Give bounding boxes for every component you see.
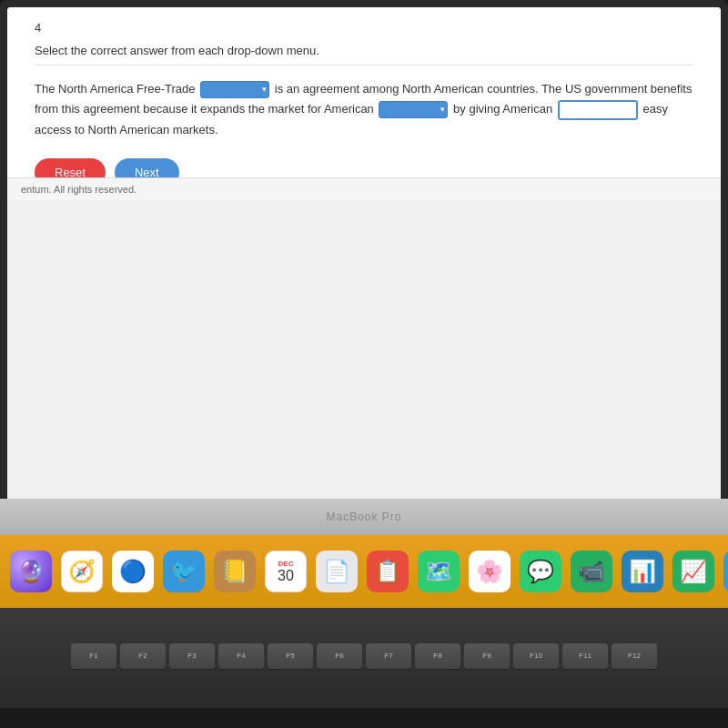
content-area: 4 Select the correct answer from each dr…	[7, 7, 721, 200]
question-number: 4	[35, 21, 693, 35]
keynote-icon: 📊	[622, 551, 663, 592]
dock-item-facetime[interactable]: 📹	[568, 548, 615, 595]
key-f12[interactable]: F12	[612, 643, 657, 669]
notes-icon: 📒	[214, 551, 256, 592]
reminders-icon: 📋	[367, 551, 409, 592]
key-f10[interactable]: F10	[513, 643, 559, 669]
dock-item-siri[interactable]: 🔮	[7, 548, 55, 595]
facetime-icon: 📹	[571, 551, 612, 592]
dropdown2-wrapper[interactable]: goods services products ▾	[379, 101, 448, 118]
finder-icon: 📄	[316, 551, 358, 592]
dock-item-presentation[interactable]: 🖥️	[721, 548, 728, 595]
dock-item-chrome[interactable]: 🔵	[109, 548, 157, 595]
dock-item-numbers[interactable]: 📈	[670, 548, 717, 595]
key-f6[interactable]: F6	[317, 643, 362, 669]
macbook-bezel: MacBook Pro	[0, 499, 728, 535]
passage-part1: The North America Free-Trade	[35, 82, 196, 96]
dock-item-mail[interactable]: 🐦	[160, 548, 207, 595]
copyright-bar: entum. All rights reserved.	[7, 177, 721, 200]
macbook-label: MacBook Pro	[326, 511, 401, 523]
siri-icon: 🔮	[10, 551, 52, 592]
dock-item-safari[interactable]: 🧭	[58, 548, 106, 595]
key-f1[interactable]: F1	[71, 643, 116, 669]
keyboard-fn-row: F1 F2 F3 F4 F5 F6 F7 F8 F9 F10 F11 F12	[71, 643, 657, 669]
numbers-icon: 📈	[672, 551, 714, 592]
keyboard-area: F1 F2 F3 F4 F5 F6 F7 F8 F9 F10 F11 F12	[0, 608, 728, 708]
instruction-text: Select the correct answer from each drop…	[35, 44, 693, 66]
key-f4[interactable]: F4	[218, 643, 264, 669]
dropdown2-select[interactable]: goods services products	[384, 104, 439, 116]
presentation-icon: 🖥️	[723, 551, 728, 592]
photos-icon: 🌸	[469, 551, 511, 592]
key-f8[interactable]: F8	[415, 643, 460, 669]
screen-inner: 4 Select the correct answer from each dr…	[7, 7, 721, 499]
dock-item-messages[interactable]: 💬	[517, 548, 564, 595]
calendar-icon: DEC 30	[265, 551, 307, 592]
mail-icon: 🐦	[163, 551, 205, 592]
key-f9[interactable]: F9	[464, 643, 510, 669]
dock-item-calendar[interactable]: DEC 30	[262, 548, 309, 595]
dock-item-reminders[interactable]: 📋	[364, 548, 411, 595]
dropdown3-wrapper[interactable]: businesses companies workers	[558, 100, 638, 120]
key-f5[interactable]: F5	[268, 643, 313, 669]
messages-icon: 💬	[520, 551, 561, 592]
maps-icon: 🗺️	[418, 551, 460, 592]
passage-text: The North America Free-Trade Agreement T…	[35, 79, 693, 140]
dock: 🔮 🧭 🔵 🐦 📒 DEC 30 📄 📋 🗺️ 🌸 💬 �	[0, 535, 728, 608]
dock-item-maps[interactable]: 🗺️	[415, 548, 462, 595]
key-f2[interactable]: F2	[120, 643, 166, 669]
key-f11[interactable]: F11	[562, 643, 608, 669]
dropdown2-arrow-icon: ▾	[440, 103, 445, 116]
key-f7[interactable]: F7	[366, 643, 411, 669]
dropdown1-select[interactable]: Agreement Treaty Deal	[206, 84, 260, 96]
dock-item-photos[interactable]: 🌸	[466, 548, 513, 595]
key-f3[interactable]: F3	[169, 643, 215, 669]
dropdown3-select[interactable]: businesses companies workers	[561, 105, 634, 116]
dropdown1-wrapper[interactable]: Agreement Treaty Deal ▾	[200, 81, 269, 98]
chrome-icon: 🔵	[112, 551, 154, 592]
dock-item-finder[interactable]: 📄	[313, 548, 360, 595]
passage-part3: by giving American	[453, 102, 552, 116]
safari-icon: 🧭	[61, 551, 103, 592]
dropdown1-arrow-icon: ▾	[262, 83, 267, 96]
dock-item-keynote[interactable]: 📊	[619, 548, 666, 595]
dock-item-notes[interactable]: 📒	[211, 548, 258, 595]
screen-wrapper: 4 Select the correct answer from each dr…	[0, 0, 728, 499]
